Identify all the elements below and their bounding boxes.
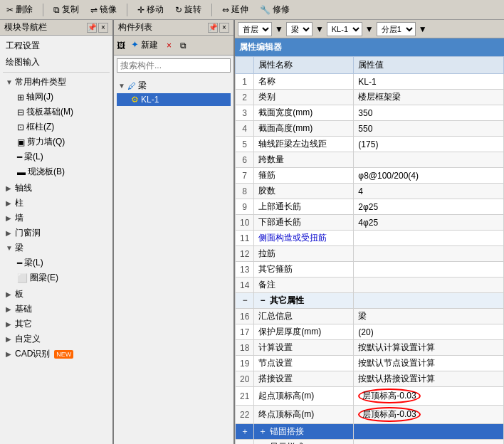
table-row: 18计算设置按默认计算设置计算: [236, 340, 504, 356]
prop-value-cell[interactable]: (20): [354, 324, 504, 340]
search-input[interactable]: [117, 58, 231, 73]
prop-value-cell[interactable]: [354, 293, 504, 309]
prop-value-cell[interactable]: 4: [354, 184, 504, 199]
nav-item-shear-wall[interactable]: ▣ 剪力墙(Q): [14, 134, 110, 149]
prop-value-cell[interactable]: φ8@100/200(4): [354, 168, 504, 184]
prop-value-cell[interactable]: 4φ25: [354, 215, 504, 231]
nav-beam-header[interactable]: ▼ 梁: [3, 240, 110, 255]
type-select[interactable]: KL-1: [327, 22, 362, 36]
nav-common-types-header[interactable]: ▼ 常用构件类型: [3, 75, 110, 90]
prop-value-cell[interactable]: 楼层框架梁: [354, 90, 504, 105]
middle-panel-title: 构件列表: [118, 21, 152, 33]
move-btn[interactable]: ✛ 移动: [134, 2, 167, 17]
comp-group-beam-header[interactable]: ▼ 🖊 梁: [117, 78, 231, 93]
row-number: 1: [236, 74, 254, 90]
prop-value-cell[interactable]: 按默认计算设置计算: [354, 340, 504, 356]
table-row: 3截面宽度(mm)350: [236, 105, 504, 121]
prop-value-cell[interactable]: [354, 278, 504, 293]
prop-value-cell[interactable]: 层顶标高-0.03: [354, 387, 504, 406]
nav-item-raft[interactable]: ⊟ 筏板基础(M): [14, 105, 110, 120]
rotate-btn[interactable]: ↻ 旋转: [172, 2, 205, 17]
prop-name-cell: 其它箍筋: [254, 262, 354, 278]
pin-icon[interactable]: 📌: [208, 23, 218, 33]
new-button[interactable]: ✦ 新建: [128, 38, 161, 53]
nav-item-opening[interactable]: ▶ 门窗洞: [3, 226, 110, 240]
prop-value-cell[interactable]: [354, 246, 504, 262]
move-icon: ✛: [137, 5, 145, 15]
prop-name-cell: 截面宽度(mm): [254, 105, 354, 121]
delete-button[interactable]: ×: [164, 39, 174, 52]
nav-item-axis[interactable]: ▶ 轴线: [3, 181, 110, 196]
prop-value-cell[interactable]: [354, 231, 504, 246]
table-row[interactable]: ＋＋ 锚固搭接: [236, 424, 504, 440]
rotate-icon: ↻: [175, 5, 182, 15]
nav-item-axle[interactable]: ⊞ 轴网(J): [14, 90, 110, 105]
nav-item-column[interactable]: ▶ 柱: [3, 196, 110, 211]
beam-icon: ━: [17, 152, 22, 162]
prop-value-cell[interactable]: 350: [354, 105, 504, 121]
row-number: 16: [236, 309, 254, 324]
nav-item-cad[interactable]: ▶ CAD识别 NEW: [3, 347, 110, 361]
nav-project-settings[interactable]: 工程设置: [3, 38, 110, 53]
property-editor-title: 属性编辑器: [235, 38, 504, 56]
extend-btn[interactable]: ⇔ 延伸: [219, 2, 252, 17]
shear-wall-icon: ▣: [17, 137, 25, 147]
nav-item-custom[interactable]: ▶ 自定义: [3, 332, 110, 347]
col-name: 属性名称: [254, 57, 354, 74]
prop-value-cell[interactable]: 层顶标高-0.03: [354, 406, 504, 424]
comp-item-kl1[interactable]: ⚙ KL-1: [117, 93, 231, 106]
nav-item-slab2[interactable]: ▶ 板: [3, 287, 110, 302]
nav-item-foundation[interactable]: ▶ 基础: [3, 302, 110, 317]
prop-name-cell: 计算设置: [254, 340, 354, 356]
copy-button[interactable]: ⧉: [177, 39, 189, 52]
pin-icon[interactable]: 📌: [87, 23, 97, 33]
nav-item-other[interactable]: ▶ 其它: [3, 317, 110, 332]
row-number: 17: [236, 324, 254, 340]
prop-value-cell[interactable]: (175): [354, 137, 504, 152]
prop-value-cell[interactable]: [354, 424, 504, 440]
nav-item-ring-beam[interactable]: ⬜ 圈梁(E): [14, 270, 110, 285]
nav-item-wall[interactable]: ▶ 墙: [3, 211, 110, 226]
prop-value-cell[interactable]: 550: [354, 121, 504, 137]
prop-value-cell[interactable]: 按默认搭接设置计算: [354, 371, 504, 387]
prop-name-cell: 保护层厚度(mm): [254, 324, 354, 340]
nav-beam-section: ▼ 梁 ━ 梁(L) ⬜ 圈梁(E): [3, 240, 110, 285]
close-icon[interactable]: ×: [98, 23, 108, 33]
nav-item-slab[interactable]: ▬ 现浇板(B): [14, 164, 110, 179]
delete-btn[interactable]: ✂ 删除: [3, 2, 36, 17]
prop-name-cell: － 其它属性: [254, 293, 354, 309]
prop-value-cell[interactable]: [354, 440, 504, 445]
fix-btn[interactable]: 🔧 修修: [256, 2, 293, 17]
expand-icon: ▶: [6, 335, 13, 343]
prop-value-cell[interactable]: 按默认节点设置计算: [354, 356, 504, 371]
table-row: 5轴线距梁左边线距(175): [236, 137, 504, 152]
prop-name-cell: 搭接设置: [254, 371, 354, 387]
prop-value-cell[interactable]: KL-1: [354, 74, 504, 90]
nav-drawing-input[interactable]: 绘图输入: [3, 55, 110, 70]
prop-value-cell[interactable]: [354, 262, 504, 278]
prop-value-cell[interactable]: 梁: [354, 309, 504, 324]
row-number: 14: [236, 278, 254, 293]
nav-item-frame-col[interactable]: ⊡ 框柱(Z): [14, 120, 110, 134]
left-panel-title: 模块导航栏: [4, 21, 47, 33]
floor-select[interactable]: 首层: [238, 22, 272, 36]
component-icon: 🖼: [117, 41, 125, 51]
row-number: 10: [236, 215, 254, 231]
expand-icon: ▶: [6, 184, 13, 192]
prop-name-cell: 侧面构造或受扭筋: [254, 231, 354, 246]
table-row: 10下部通长筋4φ25: [236, 215, 504, 231]
divider3: [211, 4, 212, 16]
minus-icon: －: [241, 295, 249, 305]
nav-item-beam-l[interactable]: ━ 梁(L): [14, 255, 110, 270]
prop-value-cell[interactable]: [354, 152, 504, 168]
close-icon[interactable]: ×: [219, 23, 229, 33]
prop-value-cell[interactable]: 2φ25: [354, 199, 504, 215]
beam-l-icon: ━: [17, 258, 22, 268]
layer-select[interactable]: 分层1: [377, 22, 416, 36]
nav-item-beam[interactable]: ━ 梁(L): [14, 149, 110, 164]
mirror-btn[interactable]: ⇌ 镜像: [87, 2, 120, 17]
copy-btn[interactable]: ⧉ 复制: [50, 2, 83, 17]
component-select[interactable]: 梁: [286, 22, 313, 36]
prop-name-cell: 跨数量: [254, 152, 354, 168]
group-beam-icon: 🖊: [127, 81, 136, 91]
